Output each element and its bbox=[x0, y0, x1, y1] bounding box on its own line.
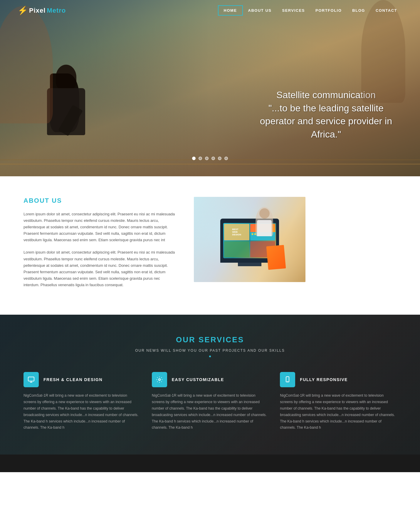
services-title: OUR SERVICES bbox=[23, 335, 397, 344]
nav-services[interactable]: SERVICES bbox=[277, 6, 310, 15]
about-image: BESTWEBDESIGN ⭐⭐⭐ bbox=[194, 197, 305, 282]
hero-line2: "...to be the leading satellite bbox=[268, 103, 384, 113]
monitor-icon bbox=[28, 376, 35, 383]
services-divider-dot bbox=[209, 356, 211, 357]
service-card-text-3: NigComSat-1R will bring a new wave of ex… bbox=[280, 393, 397, 431]
main-nav: HOME ABOUT US SERVICES PORTFOLIO BLOG CO… bbox=[218, 5, 402, 16]
about-title: ABOUT US bbox=[23, 197, 176, 204]
hero-left-overlay bbox=[0, 0, 210, 176]
service-card-text-2: NigComSat-1R will bring a new wave of ex… bbox=[152, 393, 268, 431]
hero-dots bbox=[192, 157, 228, 160]
nav-contact[interactable]: CONTACT bbox=[370, 6, 402, 15]
hero-title: Satellite communication "...to be the le… bbox=[256, 88, 397, 141]
hero-section: Satellite communication "...to be the le… bbox=[0, 0, 420, 176]
service-icon-row-1: FRESH & CLEAN DESIGN bbox=[23, 372, 140, 387]
logo: ⚡ PixelMetro bbox=[18, 6, 66, 15]
service-card-title-1: FRESH & CLEAN DESIGN bbox=[43, 377, 103, 382]
hero-dot-3[interactable] bbox=[205, 157, 209, 160]
services-section: OUR SERVICES OUR NEWS WILL SHOW YOU OUR … bbox=[0, 315, 420, 455]
services-subtitle: OUR NEWS WILL SHOW YOU OUR PAST PROJECTS… bbox=[23, 348, 397, 353]
header: ⚡ PixelMetro HOME ABOUT US SERVICES PORT… bbox=[0, 0, 420, 21]
nav-about[interactable]: ABOUT US bbox=[243, 6, 277, 15]
about-section: ABOUT US Lorem ipsum dolor sit amet, con… bbox=[0, 176, 420, 315]
service-icon-row-2: EASY CUSTOMIZABLE bbox=[152, 372, 268, 387]
book-graphic bbox=[266, 245, 286, 270]
mobile-icon bbox=[284, 376, 291, 383]
monitor-base bbox=[238, 263, 261, 266]
service-icon-3 bbox=[280, 372, 295, 387]
bench-line1 bbox=[0, 164, 420, 165]
service-card-1: FRESH & CLEAN DESIGN NigComSat-1R will b… bbox=[23, 372, 140, 431]
hero-text-block: Satellite communication "...to be the le… bbox=[256, 88, 397, 141]
about-content: ABOUT US Lorem ipsum dolor sit amet, con… bbox=[23, 197, 176, 294]
hero-dot-4[interactable] bbox=[211, 157, 215, 160]
service-card-3: FULLY RESPONSIVE NigComSat-1R will bring… bbox=[280, 372, 397, 431]
service-card-title-2: EASY CUSTOMIZABLE bbox=[172, 377, 224, 382]
service-card-text-1: NigComSat-1R will bring a new wave of ex… bbox=[23, 393, 140, 431]
hero-dot-5[interactable] bbox=[218, 157, 221, 160]
footer-spacer bbox=[0, 455, 420, 472]
nav-home[interactable]: HOME bbox=[218, 5, 243, 16]
nav-blog[interactable]: BLOG bbox=[347, 6, 370, 15]
about-paragraph-1: Lorem ipsum dolor sit amet, consectetur … bbox=[23, 211, 176, 243]
service-icon-1 bbox=[23, 372, 39, 387]
services-grid: FRESH & CLEAN DESIGN NigComSat-1R will b… bbox=[23, 372, 397, 431]
hero-line3: operator and service provider in Africa.… bbox=[260, 116, 392, 140]
person-graphic bbox=[256, 207, 273, 236]
about-image-inner: BESTWEBDESIGN ⭐⭐⭐ bbox=[194, 197, 305, 282]
about-paragraph-2: Lorem ipsum dolor sit amet, consectetur … bbox=[23, 249, 176, 288]
services-inner: OUR SERVICES OUR NEWS WILL SHOW YOU OUR … bbox=[23, 335, 397, 431]
service-card-title-3: FULLY RESPONSIVE bbox=[300, 377, 347, 382]
svg-point-5 bbox=[287, 381, 288, 382]
svg-rect-0 bbox=[28, 377, 34, 381]
logo-icon: ⚡ bbox=[18, 6, 28, 15]
gear-icon bbox=[156, 376, 163, 383]
service-icon-2 bbox=[152, 372, 167, 387]
hero-line1: Satellite communication bbox=[276, 90, 376, 100]
logo-text-metro: Metro bbox=[47, 7, 66, 14]
hero-figure bbox=[41, 65, 94, 159]
hero-dot-1[interactable] bbox=[192, 157, 196, 160]
hero-dot-2[interactable] bbox=[199, 157, 202, 160]
svg-point-3 bbox=[159, 379, 160, 380]
service-card-2: EASY CUSTOMIZABLE NigComSat-1R will brin… bbox=[152, 372, 268, 431]
hero-dot-6[interactable] bbox=[224, 157, 228, 160]
nav-portfolio[interactable]: PORTFOLIO bbox=[310, 6, 347, 15]
service-icon-row-3: FULLY RESPONSIVE bbox=[280, 372, 397, 387]
logo-text-pixel: Pixel bbox=[29, 7, 46, 14]
